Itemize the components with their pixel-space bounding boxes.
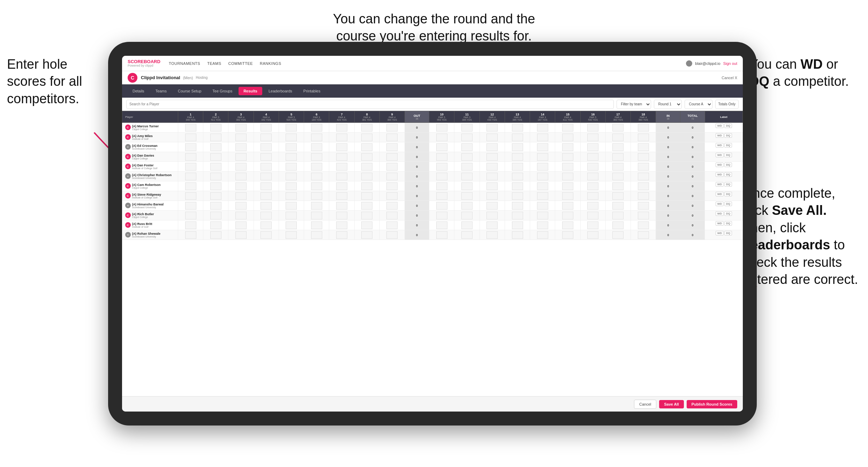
score-cell-h11[interactable]	[454, 172, 480, 181]
score-cell-h15[interactable]	[555, 172, 580, 181]
score-cell-h3[interactable]	[228, 123, 254, 133]
dq-button[interactable]: DQ	[724, 153, 732, 157]
score-cell-h10[interactable]	[429, 191, 454, 201]
score-input-h18[interactable]	[638, 192, 649, 200]
score-cell-h4[interactable]	[254, 220, 279, 230]
score-cell-h6[interactable]	[304, 123, 329, 133]
score-cell-h16[interactable]	[580, 133, 605, 142]
score-input-h17[interactable]	[612, 173, 624, 180]
score-cell-h4[interactable]	[254, 162, 279, 172]
score-cell-h12[interactable]	[480, 191, 505, 201]
dq-button[interactable]: DQ	[724, 231, 732, 235]
score-cell-h2[interactable]	[203, 220, 228, 230]
score-input-h9[interactable]	[386, 202, 398, 210]
cancel-btn[interactable]: Cancel	[634, 400, 656, 409]
score-cell-h7[interactable]	[329, 123, 354, 133]
score-cell-h18[interactable]	[631, 172, 656, 181]
score-input-h1[interactable]	[185, 173, 196, 180]
score-cell-h7[interactable]	[329, 172, 354, 181]
score-cell-h17[interactable]	[605, 230, 631, 240]
score-cell-h12[interactable]	[480, 142, 505, 152]
score-input-h2[interactable]	[210, 153, 221, 161]
score-input-h4[interactable]	[261, 221, 272, 229]
score-input-h14[interactable]	[537, 192, 548, 200]
score-cell-h18[interactable]	[631, 191, 656, 201]
wd-button[interactable]: WD	[716, 153, 724, 157]
score-input-h15[interactable]	[562, 192, 573, 200]
score-input-h12[interactable]	[486, 163, 498, 171]
score-cell-h18[interactable]	[631, 123, 656, 133]
score-cell-h7[interactable]	[329, 133, 354, 142]
score-input-h11[interactable]	[461, 182, 473, 190]
score-cell-h2[interactable]	[203, 230, 228, 240]
score-input-h14[interactable]	[537, 143, 548, 151]
score-cell-h3[interactable]	[228, 191, 254, 201]
score-input-h7[interactable]	[336, 153, 347, 161]
score-cell-h10[interactable]	[429, 133, 454, 142]
score-cell-h4[interactable]	[254, 152, 279, 162]
dq-button[interactable]: DQ	[724, 182, 732, 187]
score-input-h18[interactable]	[638, 182, 649, 190]
score-input-h11[interactable]	[461, 143, 473, 151]
score-cell-h15[interactable]	[555, 152, 580, 162]
score-cell-h15[interactable]	[555, 211, 580, 220]
nav-rankings[interactable]: RANKINGS	[260, 61, 281, 66]
score-input-h2[interactable]	[210, 231, 221, 239]
score-cell-h1[interactable]	[178, 162, 203, 172]
score-cell-h15[interactable]	[555, 191, 580, 201]
score-cell-h8[interactable]	[354, 220, 379, 230]
score-input-h3[interactable]	[235, 143, 247, 151]
score-input-h5[interactable]	[286, 153, 297, 161]
score-input-h3[interactable]	[235, 192, 247, 200]
score-cell-h6[interactable]	[304, 191, 329, 201]
score-cell-h2[interactable]	[203, 201, 228, 211]
score-input-h16[interactable]	[587, 202, 598, 210]
score-input-h7[interactable]	[336, 192, 347, 200]
score-input-h17[interactable]	[612, 231, 624, 239]
score-cell-h8[interactable]	[354, 172, 379, 181]
score-input-h4[interactable]	[261, 231, 272, 239]
score-input-h11[interactable]	[461, 163, 473, 171]
score-cell-h9[interactable]	[379, 162, 405, 172]
dq-button[interactable]: DQ	[724, 123, 732, 128]
score-input-h10[interactable]	[436, 182, 447, 190]
score-input-h1[interactable]	[185, 231, 196, 239]
score-input-h17[interactable]	[612, 192, 624, 200]
score-cell-h7[interactable]	[329, 211, 354, 220]
score-input-h7[interactable]	[336, 143, 347, 151]
score-input-h18[interactable]	[638, 202, 649, 210]
score-cell-h2[interactable]	[203, 211, 228, 220]
score-input-h1[interactable]	[185, 163, 196, 171]
score-cell-h7[interactable]	[329, 181, 354, 191]
score-input-h6[interactable]	[311, 143, 322, 151]
score-input-h1[interactable]	[185, 143, 196, 151]
score-cell-h6[interactable]	[304, 181, 329, 191]
score-cell-h11[interactable]	[454, 211, 480, 220]
score-input-h14[interactable]	[537, 202, 548, 210]
score-input-h5[interactable]	[286, 192, 297, 200]
score-input-h14[interactable]	[537, 212, 548, 219]
score-input-h10[interactable]	[436, 163, 447, 171]
score-cell-h17[interactable]	[605, 123, 631, 133]
score-cell-h1[interactable]	[178, 211, 203, 220]
score-input-h4[interactable]	[261, 134, 272, 141]
search-player-input[interactable]	[126, 100, 614, 109]
score-input-h1[interactable]	[185, 202, 196, 210]
score-input-h18[interactable]	[638, 212, 649, 219]
score-input-h15[interactable]	[562, 231, 573, 239]
score-cell-h16[interactable]	[580, 152, 605, 162]
score-cell-h14[interactable]	[530, 172, 555, 181]
score-input-h2[interactable]	[210, 221, 221, 229]
score-cell-h10[interactable]	[429, 211, 454, 220]
score-cell-h8[interactable]	[354, 191, 379, 201]
score-cell-h4[interactable]	[254, 211, 279, 220]
sign-out[interactable]: Sign out	[723, 61, 737, 66]
score-input-h16[interactable]	[587, 153, 598, 161]
score-cell-h9[interactable]	[379, 191, 405, 201]
score-input-h17[interactable]	[612, 182, 624, 190]
score-input-h12[interactable]	[486, 202, 498, 210]
score-input-h9[interactable]	[386, 134, 398, 141]
dq-button[interactable]: DQ	[724, 163, 732, 167]
score-input-h6[interactable]	[311, 202, 322, 210]
score-cell-h17[interactable]	[605, 133, 631, 142]
